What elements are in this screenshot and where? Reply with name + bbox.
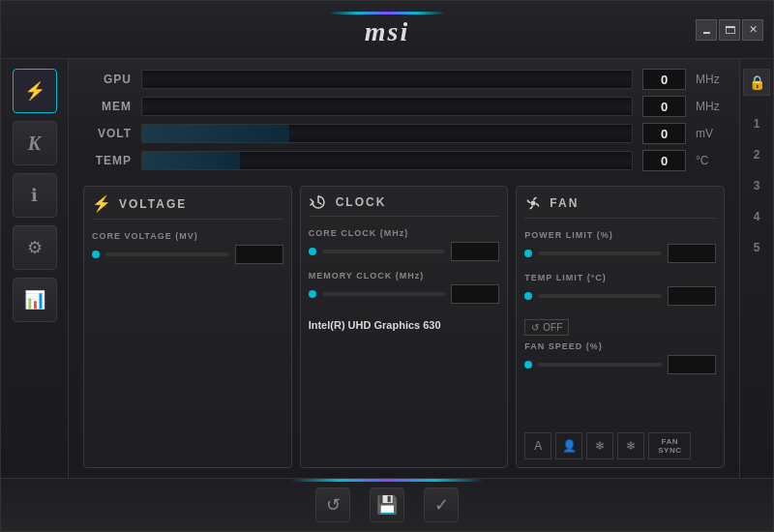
temp-slider-fill xyxy=(142,152,240,169)
save-button[interactable]: 💾 xyxy=(370,488,404,522)
core-voltage-label: CORE VOLTAGE (MV) xyxy=(92,231,283,241)
apply-button[interactable]: ✓ xyxy=(424,488,459,522)
profile-3-button[interactable]: 3 xyxy=(746,172,767,199)
temp-limit-input[interactable] xyxy=(668,286,716,306)
window-controls: 🗕 🗖 ✕ xyxy=(696,19,763,41)
fan-curve-button[interactable]: ❄ xyxy=(586,432,613,459)
core-clock-dot xyxy=(309,248,316,255)
power-limit-row xyxy=(524,244,716,263)
memory-clock-slider[interactable] xyxy=(322,292,446,296)
minimize-button[interactable]: 🗕 xyxy=(696,19,717,41)
volt-value: 0 xyxy=(642,123,686,144)
msi-logo: msi xyxy=(365,16,409,47)
fan-speed-label: FAN SPEED (%) xyxy=(524,341,716,351)
close-button[interactable]: ✕ xyxy=(742,19,763,41)
svg-point-0 xyxy=(531,201,536,206)
profile-4-button[interactable]: 4 xyxy=(746,203,767,230)
sidebar-item-info[interactable]: ℹ xyxy=(13,173,57,218)
core-clock-label: CORE CLOCK (MHz) xyxy=(309,228,500,238)
core-voltage-input[interactable] xyxy=(235,245,283,264)
power-limit-input[interactable] xyxy=(668,244,716,263)
slider-row-gpu: GPU 0 MHz xyxy=(83,69,725,90)
reset-icon: ↺ xyxy=(326,494,341,516)
lock-button[interactable]: 🔒 xyxy=(743,69,770,96)
temp-unit: °C xyxy=(696,154,725,167)
temp-limit-field: TEMP LIMIT (°C) xyxy=(524,273,716,306)
reset-button[interactable]: ↺ xyxy=(315,488,350,522)
temp-slider-track[interactable] xyxy=(141,151,633,170)
volt-label: VOLT xyxy=(83,127,132,140)
sidebar-item-settings[interactable]: ⚙ xyxy=(13,225,57,270)
fan-speed-dot xyxy=(524,361,532,369)
accent-line xyxy=(329,12,445,15)
sidebar-item-monitoring[interactable]: 📊 xyxy=(13,278,57,322)
fan-auto-icon: A xyxy=(534,439,542,453)
memory-clock-field: MEMORY CLOCK (MHz) xyxy=(309,271,500,304)
core-voltage-slider[interactable] xyxy=(105,252,229,256)
temp-limit-slider[interactable] xyxy=(538,294,662,298)
kombustor-icon: K xyxy=(28,133,41,155)
mem-slider-track[interactable] xyxy=(141,97,633,116)
clock-panel-header: CLOCK xyxy=(309,194,500,217)
fan-user-button[interactable]: 👤 xyxy=(555,432,582,459)
voltage-panel-header: ⚡ VOLTAGE xyxy=(92,194,283,220)
memory-clock-input[interactable] xyxy=(451,284,499,304)
power-limit-slider[interactable] xyxy=(538,251,662,255)
memory-clock-dot xyxy=(309,290,316,298)
power-limit-label: POWER LIMIT (%) xyxy=(524,230,716,240)
sidebar-item-kombustor[interactable]: K xyxy=(13,121,57,165)
lock-icon: 🔒 xyxy=(749,74,765,90)
core-voltage-row xyxy=(92,245,283,264)
fan-speed-slider[interactable] xyxy=(538,363,662,367)
temp-label: TEMP xyxy=(83,154,132,167)
maximize-button[interactable]: 🗖 xyxy=(719,19,740,41)
mem-label: MEM xyxy=(83,100,132,113)
fan-speed-field: FAN SPEED (%) xyxy=(524,341,716,374)
volt-slider-fill xyxy=(142,125,289,142)
profile-1-button[interactable]: 1 xyxy=(746,110,767,137)
profile-numbers: 1 2 3 4 5 xyxy=(746,110,767,261)
left-sidebar: ⚡ K ℹ ⚙ 📊 xyxy=(1,59,69,478)
maximize-icon: 🗖 xyxy=(725,24,735,36)
gpu-device-label: Intel(R) UHD Graphics 630 xyxy=(309,319,500,331)
fan-speed-input[interactable] xyxy=(668,355,716,374)
temp-limit-label: TEMP LIMIT (°C) xyxy=(524,273,716,282)
sidebar-item-overclocking[interactable]: ⚡ xyxy=(13,69,57,113)
title-bar: msi 🗕 🗖 ✕ xyxy=(1,1,773,59)
fan-sync-button[interactable]: FAN SYNC xyxy=(648,432,691,459)
profile-5-button[interactable]: 5 xyxy=(746,234,767,261)
core-clock-slider[interactable] xyxy=(322,250,446,253)
fan-bottom-buttons: A 👤 ❄ ❄ FAN SYNC xyxy=(524,432,716,459)
core-clock-field: CORE CLOCK (MHz) xyxy=(309,228,500,261)
gpu-slider-track[interactable] xyxy=(141,70,633,89)
power-limit-dot xyxy=(524,250,532,257)
panels-section: ⚡ VOLTAGE CORE VOLTAGE (MV) xyxy=(83,186,725,468)
monitoring-icon: 📊 xyxy=(24,289,45,310)
slider-row-mem: MEM 0 MHz xyxy=(83,96,725,117)
right-sidebar: 🔒 1 2 3 4 5 xyxy=(739,59,773,478)
core-clock-input[interactable] xyxy=(451,242,499,261)
sliders-section: GPU 0 MHz MEM 0 MHz xyxy=(83,69,725,171)
clock-icon xyxy=(309,194,328,210)
volt-slider-track[interactable] xyxy=(141,124,633,143)
volt-unit: mV xyxy=(696,127,725,140)
fan-multi-button[interactable]: ❄ xyxy=(617,432,644,459)
voltage-panel-title: VOLTAGE xyxy=(119,197,187,211)
voltage-panel: ⚡ VOLTAGE CORE VOLTAGE (MV) xyxy=(83,186,292,468)
voltage-icon: ⚡ xyxy=(92,194,111,213)
fan-auto-button[interactable]: A xyxy=(524,432,551,459)
temp-limit-row xyxy=(524,286,716,306)
core-voltage-field: CORE VOLTAGE (MV) xyxy=(92,231,283,264)
profile-2-button[interactable]: 2 xyxy=(746,141,767,168)
settings-icon: ⚙ xyxy=(27,237,43,258)
fan-curve-icon: ❄ xyxy=(595,439,605,453)
center-area: GPU 0 MHz MEM 0 MHz xyxy=(69,59,739,478)
minimize-icon: 🗕 xyxy=(701,24,712,36)
save-icon: 💾 xyxy=(376,494,398,516)
close-icon: ✕ xyxy=(749,23,758,36)
toolbar-accent-line xyxy=(290,479,484,482)
bottom-toolbar: ↺ 💾 ✓ xyxy=(1,478,773,531)
fan-multi-icon: ❄ xyxy=(626,439,636,453)
fan-off-button[interactable]: ↺ OFF xyxy=(524,319,569,336)
core-clock-row xyxy=(309,242,500,261)
